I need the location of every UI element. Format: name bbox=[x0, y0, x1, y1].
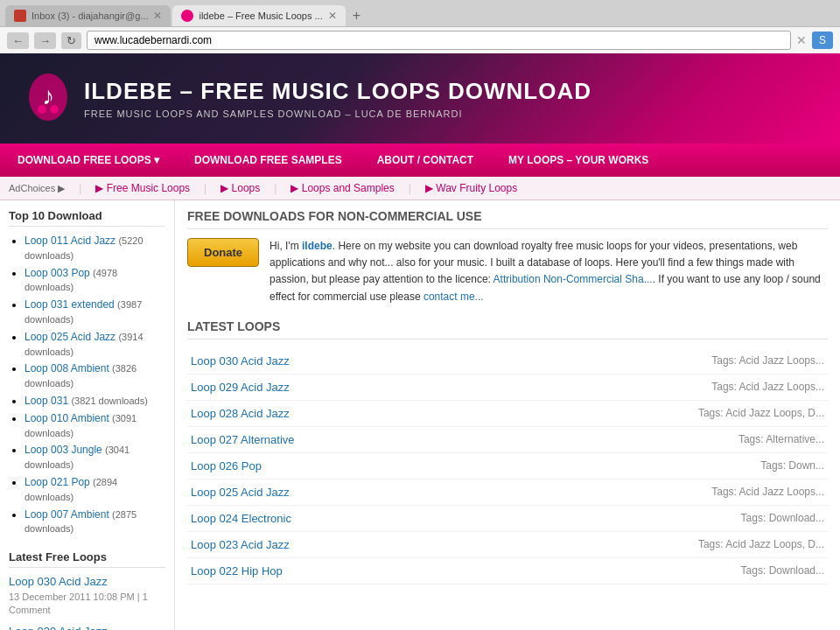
loop-tags-cell: Tags: Download... bbox=[478, 505, 828, 531]
nav-download-loops[interactable]: DOWNLOAD FREE LOOPS ▾ bbox=[0, 144, 177, 177]
loop-tags-cell: Tags: Acid Jazz Loops... bbox=[478, 479, 828, 505]
site-subtitle: FREE MUSIC LOOPS AND SAMPLES DOWNLOAD – … bbox=[84, 108, 592, 119]
list-item: Loop 025 Acid Jazz (3914 downloads) bbox=[24, 330, 165, 360]
latest-free-loops-section: Latest Free Loops Loop 030 Acid Jazz 13 … bbox=[9, 550, 165, 630]
loop-tags-cell: Tags: Alternative... bbox=[478, 426, 828, 452]
svg-point-2 bbox=[38, 105, 46, 114]
loop-link-0[interactable]: Loop 030 Acid Jazz bbox=[191, 354, 290, 368]
sec-nav-free-music-loops[interactable]: ▶ Free Music Loops bbox=[95, 182, 190, 194]
forward-button[interactable]: → bbox=[34, 32, 56, 49]
loop-tags-cell: Tags: Acid Jazz Loops, D... bbox=[478, 531, 828, 557]
loop-010-link[interactable]: Loop 010 Ambient bbox=[24, 412, 109, 424]
loop-link-8[interactable]: Loop 022 Hip Hop bbox=[191, 564, 283, 578]
count-5: (3821 downloads) bbox=[71, 396, 147, 406]
site-logo: ♪ bbox=[26, 71, 70, 126]
loop-link-1[interactable]: Loop 029 Acid Jazz bbox=[191, 381, 290, 394]
contact-link[interactable]: contact me... bbox=[424, 290, 484, 303]
loop-031-link[interactable]: Loop 031 bbox=[24, 395, 68, 407]
tab-ildebe-title: ildebe – Free Music Loops ... bbox=[199, 10, 322, 21]
list-item: Loop 031 extended (3987 downloads) bbox=[24, 298, 165, 327]
list-item: Loop 003 Pop (4978 downloads) bbox=[24, 266, 165, 296]
loop-name-cell: Loop 023 Acid Jazz bbox=[187, 531, 478, 557]
loop-025-link[interactable]: Loop 025 Acid Jazz bbox=[24, 331, 116, 343]
logo-svg: ♪ bbox=[26, 71, 70, 123]
table-row: Loop 026 Pop Tags: Down... bbox=[187, 452, 828, 479]
loop-029-sidebar-link[interactable]: Loop 029 Acid Jazz bbox=[9, 625, 165, 630]
loop-link-3[interactable]: Loop 027 Alternative bbox=[191, 433, 295, 446]
list-item: Loop 030 Acid Jazz 13 December 2011 10:0… bbox=[9, 575, 165, 616]
main-nav: DOWNLOAD FREE LOOPS ▾ DOWNLOAD FREE SAMP… bbox=[0, 144, 840, 177]
loop-name-cell: Loop 027 Alternative bbox=[187, 426, 478, 452]
loop-003-jungle-link[interactable]: Loop 003 Jungle bbox=[24, 444, 102, 456]
gmail-favicon bbox=[14, 10, 26, 22]
intro-text-1: Hi, I'm bbox=[270, 240, 302, 252]
tab-ildebe-close[interactable]: ✕ bbox=[328, 10, 337, 22]
ildebe-favicon bbox=[181, 10, 193, 22]
latest-free-loops-heading: Latest Free Loops bbox=[9, 550, 165, 568]
loop-name-cell: Loop 026 Pop bbox=[187, 452, 478, 479]
nav-my-loops[interactable]: MY LOOPS – YOUR WORKS bbox=[491, 144, 666, 177]
reload-button[interactable]: ↻ bbox=[61, 32, 81, 49]
table-row: Loop 024 Electronic Tags: Download... bbox=[187, 505, 828, 531]
loop-tags-cell: Tags: Acid Jazz Loops, D... bbox=[478, 400, 828, 426]
right-content: FREE DOWNLOADS FOR NON-COMMERCIAL USE Do… bbox=[175, 200, 840, 630]
address-input[interactable] bbox=[87, 31, 791, 50]
list-item: Loop 029 Acid Jazz 17 October 2011 9:04 … bbox=[9, 625, 165, 630]
tab-gmail-close[interactable]: ✕ bbox=[153, 10, 162, 22]
back-button[interactable]: ← bbox=[7, 32, 29, 49]
search-button[interactable]: S bbox=[812, 32, 833, 49]
loop-011-link[interactable]: Loop 011 Acid Jazz bbox=[24, 234, 116, 247]
tab-ildebe[interactable]: ildebe – Free Music Loops ... ✕ bbox=[172, 5, 345, 26]
loop-031-ext-link[interactable]: Loop 031 extended bbox=[24, 298, 115, 311]
loop-name-cell: Loop 030 Acid Jazz bbox=[187, 348, 478, 374]
sec-nav-loops-samples[interactable]: ▶ Loops and Samples bbox=[290, 182, 394, 194]
table-row: Loop 023 Acid Jazz Tags: Acid Jazz Loops… bbox=[187, 531, 828, 557]
loop-003-pop-link[interactable]: Loop 003 Pop bbox=[24, 267, 90, 279]
loop-007-link[interactable]: Loop 007 Ambient bbox=[24, 508, 109, 521]
free-downloads-header: FREE DOWNLOADS FOR NON-COMMERCIAL USE bbox=[187, 209, 828, 229]
top10-section: Top 10 Download Loop 011 Acid Jazz (5220… bbox=[9, 209, 165, 536]
loop-030-sidebar-link[interactable]: Loop 030 Acid Jazz bbox=[9, 575, 165, 588]
site-title: ILDEBE – FREE MUSIC LOOPS DOWNLOAD bbox=[84, 78, 592, 105]
table-row: Loop 030 Acid Jazz Tags: Acid Jazz Loops… bbox=[187, 348, 828, 374]
list-item: Loop 021 Pop (2894 downloads) bbox=[24, 475, 165, 505]
nav-about[interactable]: ABOUT / CONTACT bbox=[360, 144, 491, 177]
loop-link-5[interactable]: Loop 025 Acid Jazz bbox=[191, 486, 290, 499]
browser-chrome: Inbox (3) - diajahangir@g... ✕ ildebe – … bbox=[0, 0, 840, 53]
loop-name-cell: Loop 022 Hip Hop bbox=[187, 557, 478, 584]
loop-tags-cell: Tags: Download... bbox=[478, 557, 828, 584]
svg-point-3 bbox=[50, 105, 59, 114]
table-row: Loop 028 Acid Jazz Tags: Acid Jazz Loops… bbox=[187, 400, 828, 426]
tab-bar: Inbox (3) - diajahangir@g... ✕ ildebe – … bbox=[0, 0, 840, 26]
attribution-link[interactable]: Attribution Non-Commercial Sha... bbox=[494, 273, 653, 285]
sec-nav-wav-fruity[interactable]: ▶ Wav Fruity Loops bbox=[425, 182, 517, 194]
table-row: Loop 029 Acid Jazz Tags: Acid Jazz Loops… bbox=[187, 374, 828, 400]
loop-link-4[interactable]: Loop 026 Pop bbox=[191, 459, 262, 472]
tab-gmail-title: Inbox (3) - diajahangir@g... bbox=[32, 10, 148, 21]
sec-nav-loops[interactable]: ▶ Loops bbox=[220, 182, 260, 194]
list-item: Loop 031 (3821 downloads) bbox=[24, 394, 165, 409]
tab-gmail[interactable]: Inbox (3) - diajahangir@g... ✕ bbox=[5, 5, 171, 26]
svg-text:♪: ♪ bbox=[42, 82, 54, 109]
list-item: Loop 011 Acid Jazz (5220 downloads) bbox=[24, 234, 165, 263]
new-tab-button[interactable]: + bbox=[347, 8, 366, 24]
loops-table: Loop 030 Acid Jazz Tags: Acid Jazz Loops… bbox=[187, 348, 828, 584]
loop-link-7[interactable]: Loop 023 Acid Jazz bbox=[191, 538, 290, 551]
address-bar: ← → ↻ ✕ S bbox=[0, 26, 840, 53]
loop-link-2[interactable]: Loop 028 Acid Jazz bbox=[191, 407, 290, 420]
latest-loops-list: Loop 030 Acid Jazz 13 December 2011 10:0… bbox=[9, 575, 165, 630]
sidebar: Top 10 Download Loop 011 Acid Jazz (5220… bbox=[0, 200, 175, 630]
top10-heading: Top 10 Download bbox=[9, 209, 165, 227]
loop-link-6[interactable]: Loop 024 Electronic bbox=[191, 512, 291, 525]
loop-tags-cell: Tags: Down... bbox=[478, 452, 828, 479]
donate-button[interactable]: Donate bbox=[187, 238, 259, 267]
loop-021-link[interactable]: Loop 021 Pop bbox=[24, 476, 90, 488]
nav-download-samples[interactable]: DOWNLOAD FREE SAMPLES bbox=[177, 144, 360, 177]
top10-list: Loop 011 Acid Jazz (5220 downloads) Loop… bbox=[9, 234, 165, 536]
loop-008-link[interactable]: Loop 008 Ambient bbox=[24, 362, 109, 374]
list-item: Loop 010 Ambient (3091 downloads) bbox=[24, 411, 165, 441]
ssl-close-icon: ✕ bbox=[796, 33, 807, 47]
ildebe-link[interactable]: ildebe bbox=[302, 240, 332, 252]
table-row: Loop 025 Acid Jazz Tags: Acid Jazz Loops… bbox=[187, 479, 828, 505]
table-row: Loop 022 Hip Hop Tags: Download... bbox=[187, 557, 828, 584]
